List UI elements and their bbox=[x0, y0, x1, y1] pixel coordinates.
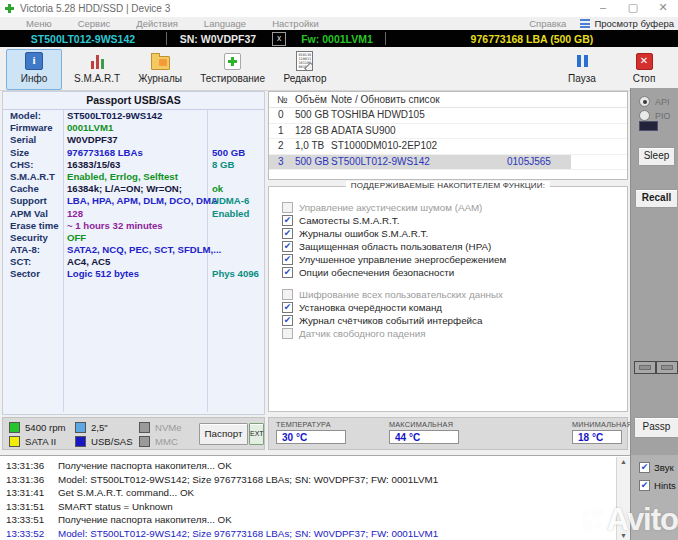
drive-model-name: ADATA SU900 bbox=[331, 124, 396, 139]
scroll-down-icon[interactable]: ▼ bbox=[617, 532, 630, 539]
pio-radio[interactable] bbox=[639, 110, 650, 121]
passp-button[interactable]: Passp bbox=[634, 417, 678, 438]
passport-extra: ok bbox=[212, 183, 223, 195]
drive-row[interactable]: 1 128 GB ADATA SU900 bbox=[269, 124, 627, 140]
bottom-right-panel: ✔ Звук ✔ Hints bbox=[630, 455, 678, 540]
passport-extra: 500 GB bbox=[212, 147, 245, 159]
feature-label: Управление акустическим шумом (AAM) bbox=[299, 202, 482, 213]
passport-label: Sector bbox=[10, 268, 40, 280]
smart-tab-button[interactable]: S.M.A.R.T bbox=[68, 49, 126, 90]
passport-extra: Enabled bbox=[212, 208, 249, 220]
temp-min-label: МИНИМАЛЬНАЯ bbox=[572, 420, 632, 429]
sound-checkbox[interactable]: ✔ bbox=[639, 462, 650, 473]
log-line: 13:31:51 SMART status = Unknown bbox=[0, 500, 630, 514]
sleep-button[interactable]: Sleep bbox=[638, 147, 675, 166]
drive-table-header[interactable]: № Объём Note / Обновить список bbox=[269, 92, 627, 108]
passport-value: Logic 512 bytes bbox=[67, 268, 139, 280]
log-line: 13:33:52 Model: ST500LT012-9WS142; Size … bbox=[0, 527, 630, 540]
passport-label: Erase time bbox=[10, 220, 59, 232]
right-sidebar: API PIO Sleep Recall Passp bbox=[630, 88, 678, 455]
drive-size: 500 GB bbox=[295, 108, 329, 123]
journals-tab-button[interactable]: Журналы bbox=[132, 49, 188, 90]
passport-row: SCT: AC4, AC5 bbox=[3, 256, 264, 268]
scroll-up-icon[interactable]: ▲ bbox=[617, 458, 630, 465]
legend-item: NVMe bbox=[139, 421, 185, 434]
menu-bar: МенюСервисДействияLanguageНастройки Спра… bbox=[0, 17, 678, 30]
temp-current-label: ТЕМПЕРАТУРА bbox=[276, 420, 346, 429]
feature-checkbox[interactable]: ✔ bbox=[282, 315, 293, 326]
log-timestamp: 13:31:36 bbox=[6, 473, 44, 487]
device-lba: 976773168 LBA (500 GB) bbox=[386, 33, 678, 45]
passport-label: SCT: bbox=[10, 256, 31, 268]
passport-panel: Passport USB/SAS Model: ST500LT012-9WS14… bbox=[2, 91, 265, 415]
feature-checkbox[interactable]: ✔ bbox=[282, 267, 293, 278]
feature-checkbox[interactable] bbox=[282, 289, 293, 300]
passport-value: Enabled, Errlog, Selftest bbox=[67, 171, 178, 183]
passport-value: LBA, HPA, APM, DLM, DCO, DMA bbox=[67, 195, 218, 207]
feature-row: ✔ Журнал счётчиков событий интерфейса bbox=[282, 314, 627, 327]
api-radio-row[interactable]: API bbox=[639, 96, 678, 107]
features-groupbox: ПОДДЕРЖИВАЕМЫЕ НАКОПИТЕЛЕМ ФУНКЦИИ: Упра… bbox=[268, 186, 628, 412]
sound-checkbox-row[interactable]: ✔ Звук bbox=[639, 461, 678, 473]
log-line: 13:31:36 Model: ST500LT012-9WS142; Size … bbox=[0, 473, 630, 487]
feature-label: Датчик свободного падения bbox=[299, 328, 425, 339]
api-radio[interactable] bbox=[639, 96, 650, 107]
drive-row[interactable]: 2 1,0 TB ST1000DM010-2EP102 bbox=[269, 139, 627, 155]
feature-row: ✔ Улучшенное управление энергосбережение… bbox=[282, 253, 627, 266]
passport-button[interactable]: Паспорт bbox=[199, 423, 248, 445]
drive-row[interactable]: 0 500 GB TOSHIBA HDWD105 bbox=[269, 108, 627, 124]
menu-item[interactable]: Меню bbox=[26, 18, 52, 29]
menu-item[interactable]: Настройки bbox=[272, 18, 319, 29]
drive-size: 128 GB bbox=[295, 124, 329, 139]
feature-label: Улучшенное управление энергосбережением bbox=[299, 254, 506, 265]
buffer-view-label: Просмотр буфера bbox=[594, 18, 674, 29]
mini-right-button[interactable] bbox=[656, 361, 678, 374]
temperature-panel: ТЕМПЕРАТУРА 30 °C МАКСИМАЛЬНАЯ 44 °C МИН… bbox=[268, 417, 628, 450]
feature-checkbox[interactable]: ✔ bbox=[282, 228, 293, 239]
passport-label: Cache bbox=[10, 183, 39, 195]
hints-checkbox[interactable]: ✔ bbox=[639, 480, 650, 491]
temp-current-value: 30 °C bbox=[276, 430, 346, 444]
info-tab-button[interactable]: i Инфо bbox=[6, 49, 62, 90]
legend-swatch-icon bbox=[9, 422, 20, 433]
legend-item: SATA II bbox=[9, 435, 73, 448]
mini-indicator-button[interactable] bbox=[639, 121, 658, 131]
feature-row: Шифрование всех пользовательских данных bbox=[282, 288, 627, 301]
drive-row[interactable]: 3 500 GB ST500LT012-9WS142 0105J565 bbox=[269, 155, 627, 171]
minimize-button[interactable]: – bbox=[588, 0, 618, 17]
passport-value: AC4, AC5 bbox=[67, 256, 110, 268]
menu-item[interactable]: Language bbox=[204, 18, 246, 29]
pause-button[interactable]: Пауза bbox=[554, 49, 610, 90]
feature-row: ✔ Защищенная область пользователя (HPA) bbox=[282, 240, 627, 253]
hints-checkbox-row[interactable]: ✔ Hints bbox=[639, 479, 678, 491]
testing-tab-button[interactable]: Тестирование bbox=[194, 49, 271, 90]
menu-item[interactable]: Действия bbox=[136, 18, 178, 29]
mini-left-button[interactable] bbox=[634, 361, 656, 374]
legend-swatch-icon bbox=[139, 422, 150, 433]
pio-radio-row[interactable]: PIO bbox=[639, 110, 678, 121]
menu-item-help[interactable]: Справка bbox=[529, 18, 566, 29]
passport-row: CHS: 16383/15/63 8 GB bbox=[3, 159, 264, 171]
stop-button[interactable]: ✕ Стоп bbox=[616, 49, 672, 90]
feature-checkbox[interactable]: ✔ bbox=[282, 302, 293, 313]
close-button[interactable]: ✕ bbox=[648, 0, 678, 17]
feature-checkbox[interactable] bbox=[282, 328, 293, 339]
drive-size: 500 GB bbox=[295, 155, 329, 170]
feature-checkbox[interactable]: ✔ bbox=[282, 215, 293, 226]
log-message: Получение паспорта накопителя... OK bbox=[58, 459, 232, 473]
recall-button[interactable]: Recall bbox=[635, 189, 678, 208]
buffer-view-button[interactable]: Просмотр буфера bbox=[580, 18, 674, 29]
feature-label: Журналы ошибок S.M.A.R.T. bbox=[299, 228, 428, 239]
feature-checkbox[interactable]: ✔ bbox=[282, 241, 293, 252]
feature-label: Защищенная область пользователя (HPA) bbox=[299, 241, 491, 252]
editor-tab-button[interactable]: 010110 110011 101100 0010 Редактор bbox=[277, 49, 333, 90]
log-scrollbar[interactable]: ▲ ▼ bbox=[616, 457, 630, 540]
ext-button[interactable]: EXT bbox=[249, 423, 264, 445]
menu-item[interactable]: Сервис bbox=[78, 18, 111, 29]
passport-label: Serial bbox=[10, 134, 36, 146]
maximize-button[interactable]: ▢ bbox=[618, 0, 648, 17]
passport-label: Model: bbox=[10, 110, 41, 122]
stop-x-icon: ✕ bbox=[636, 53, 653, 70]
feature-checkbox[interactable]: ✔ bbox=[282, 254, 293, 265]
feature-checkbox[interactable] bbox=[282, 202, 293, 213]
